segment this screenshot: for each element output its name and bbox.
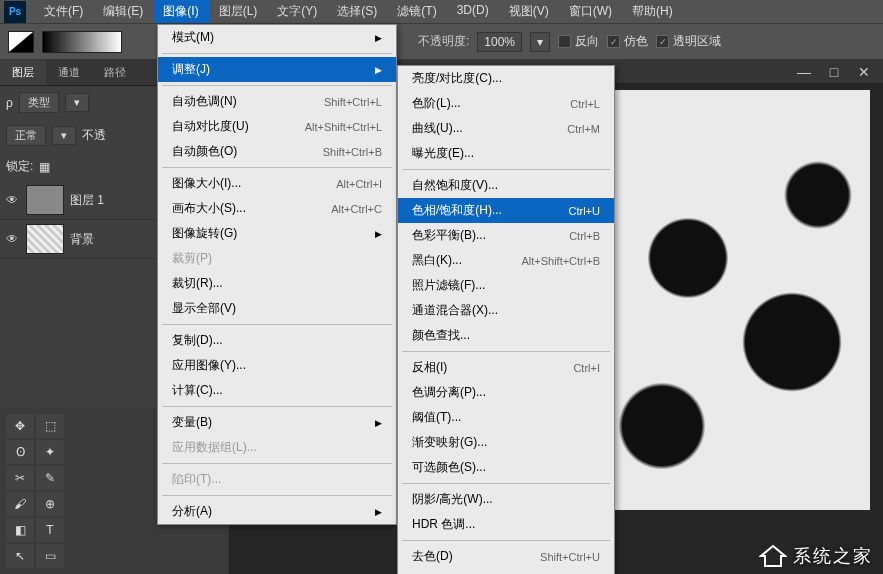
- submenu-arrow-icon: ▶: [375, 33, 382, 43]
- menu-item[interactable]: 自动色调(N)Shift+Ctrl+L: [158, 89, 396, 114]
- visibility-icon[interactable]: 👁: [6, 232, 20, 246]
- menu-item[interactable]: 亮度/对比度(C)...: [398, 66, 614, 91]
- menu-编辑[interactable]: 编辑(E): [93, 0, 153, 23]
- menu-item[interactable]: 应用图像(Y)...: [158, 353, 396, 378]
- menu-图层[interactable]: 图层(L): [209, 0, 268, 23]
- menu-item[interactable]: 阈值(T)...: [398, 405, 614, 430]
- menu-item[interactable]: 匹配颜色(M)...: [398, 569, 614, 574]
- menu-item[interactable]: 分析(A)▶: [158, 499, 396, 524]
- menu-文件[interactable]: 文件(F): [34, 0, 93, 23]
- menu-item[interactable]: 曲线(U)...Ctrl+M: [398, 116, 614, 141]
- transparency-checkbox[interactable]: ✓透明区域: [656, 33, 721, 50]
- tool-text[interactable]: T: [36, 518, 64, 542]
- options-bar: 不透明度: 100% ▾ 反向 ✓仿色 ✓透明区域: [0, 24, 883, 60]
- menu-item[interactable]: 曝光度(E)...: [398, 141, 614, 166]
- lock-pixels-icon[interactable]: ▦: [39, 160, 50, 174]
- menu-视图[interactable]: 视图(V): [499, 0, 559, 23]
- menu-item[interactable]: 裁切(R)...: [158, 271, 396, 296]
- opacity-dropdown-icon[interactable]: ▾: [530, 32, 550, 52]
- layer-kind-select[interactable]: 类型: [19, 92, 59, 113]
- menu-item[interactable]: 变量(B)▶: [158, 410, 396, 435]
- menu-item: 裁剪(P): [158, 246, 396, 271]
- adjustments-submenu: 亮度/对比度(C)...色阶(L)...Ctrl+L曲线(U)...Ctrl+M…: [397, 65, 615, 574]
- menu-选择[interactable]: 选择(S): [327, 0, 387, 23]
- submenu-arrow-icon: ▶: [375, 507, 382, 517]
- opacity-value[interactable]: 100%: [477, 32, 522, 52]
- menubar: Ps 文件(F)编辑(E)图像(I)图层(L)文字(Y)选择(S)滤镜(T)3D…: [0, 0, 883, 24]
- gradient-picker[interactable]: [42, 31, 122, 53]
- menu-item[interactable]: 图像旋转(G)▶: [158, 221, 396, 246]
- menu-文字[interactable]: 文字(Y): [267, 0, 327, 23]
- menu-item[interactable]: 渐变映射(G)...: [398, 430, 614, 455]
- menu-item[interactable]: 去色(D)Shift+Ctrl+U: [398, 544, 614, 569]
- tool-marquee[interactable]: ⬚: [36, 414, 64, 438]
- menu-item[interactable]: 自动颜色(O)Shift+Ctrl+B: [158, 139, 396, 164]
- color-swatch[interactable]: [8, 31, 34, 53]
- menu-item[interactable]: 显示全部(V): [158, 296, 396, 321]
- tool-gradient[interactable]: ◧: [6, 518, 34, 542]
- panel-tab[interactable]: 路径: [92, 60, 138, 85]
- tool-move[interactable]: ✥: [6, 414, 34, 438]
- layer-thumbnail[interactable]: [26, 185, 64, 215]
- house-icon: [759, 544, 787, 568]
- tool-path[interactable]: ↖: [6, 544, 34, 568]
- tool-lasso[interactable]: ʘ: [6, 440, 34, 464]
- tool-wand[interactable]: ✦: [36, 440, 64, 464]
- menu-item[interactable]: 色相/饱和度(H)...Ctrl+U: [398, 198, 614, 223]
- menu-item[interactable]: 调整(J)▶: [158, 57, 396, 82]
- menu-item[interactable]: 自动对比度(U)Alt+Shift+Ctrl+L: [158, 114, 396, 139]
- panel-tab[interactable]: 图层: [0, 60, 46, 85]
- tool-stamp[interactable]: ⊕: [36, 492, 64, 516]
- layer-name: 背景: [70, 231, 94, 248]
- minimize-button[interactable]: —: [795, 64, 813, 80]
- menu-item[interactable]: 计算(C)...: [158, 378, 396, 403]
- menu-item[interactable]: 自然饱和度(V)...: [398, 173, 614, 198]
- maximize-button[interactable]: □: [825, 64, 843, 80]
- close-button[interactable]: ✕: [855, 64, 873, 80]
- menu-item[interactable]: 照片滤镜(F)...: [398, 273, 614, 298]
- menu-3d[interactable]: 3D(D): [447, 0, 499, 23]
- app-logo: Ps: [4, 1, 26, 23]
- menu-图像[interactable]: 图像(I): [153, 0, 208, 23]
- submenu-arrow-icon: ▶: [375, 229, 382, 239]
- menu-item[interactable]: HDR 色调...: [398, 512, 614, 537]
- watermark: 系统之家: [759, 544, 873, 568]
- menu-窗口[interactable]: 窗口(W): [559, 0, 622, 23]
- image-menu-dropdown: 模式(M)▶调整(J)▶自动色调(N)Shift+Ctrl+L自动对比度(U)A…: [157, 24, 397, 525]
- menu-item[interactable]: 可选颜色(S)...: [398, 455, 614, 480]
- reverse-checkbox[interactable]: 反向: [558, 33, 599, 50]
- menu-帮助[interactable]: 帮助(H): [622, 0, 683, 23]
- tool-brush[interactable]: 🖌: [6, 492, 34, 516]
- menu-item: 陷印(T)...: [158, 467, 396, 492]
- menu-item[interactable]: 通道混合器(X)...: [398, 298, 614, 323]
- opacity-label: 不透明度:: [418, 33, 469, 50]
- menu-item[interactable]: 复制(D)...: [158, 328, 396, 353]
- tool-eyedrop[interactable]: ✎: [36, 466, 64, 490]
- menu-item[interactable]: 色阶(L)...Ctrl+L: [398, 91, 614, 116]
- dither-checkbox[interactable]: ✓仿色: [607, 33, 648, 50]
- tool-crop[interactable]: ✂: [6, 466, 34, 490]
- menu-item[interactable]: 黑白(K)...Alt+Shift+Ctrl+B: [398, 248, 614, 273]
- submenu-arrow-icon: ▶: [375, 65, 382, 75]
- menu-item: 应用数据组(L)...: [158, 435, 396, 460]
- blend-mode-select[interactable]: 正常: [6, 125, 46, 146]
- menu-item[interactable]: 色彩平衡(B)...Ctrl+B: [398, 223, 614, 248]
- menu-item[interactable]: 画布大小(S)...Alt+Ctrl+C: [158, 196, 396, 221]
- layer-name: 图层 1: [70, 192, 104, 209]
- menu-item[interactable]: 阴影/高光(W)...: [398, 487, 614, 512]
- menu-item[interactable]: 图像大小(I)...Alt+Ctrl+I: [158, 171, 396, 196]
- menu-滤镜[interactable]: 滤镜(T): [387, 0, 446, 23]
- menu-item[interactable]: 模式(M)▶: [158, 25, 396, 50]
- panel-tab[interactable]: 通道: [46, 60, 92, 85]
- document-canvas[interactable]: [610, 90, 870, 510]
- menu-item[interactable]: 色调分离(P)...: [398, 380, 614, 405]
- menu-item[interactable]: 颜色查找...: [398, 323, 614, 348]
- menu-item[interactable]: 反相(I)Ctrl+I: [398, 355, 614, 380]
- layer-thumbnail[interactable]: [26, 224, 64, 254]
- visibility-icon[interactable]: 👁: [6, 193, 20, 207]
- submenu-arrow-icon: ▶: [375, 418, 382, 428]
- tool-shape[interactable]: ▭: [36, 544, 64, 568]
